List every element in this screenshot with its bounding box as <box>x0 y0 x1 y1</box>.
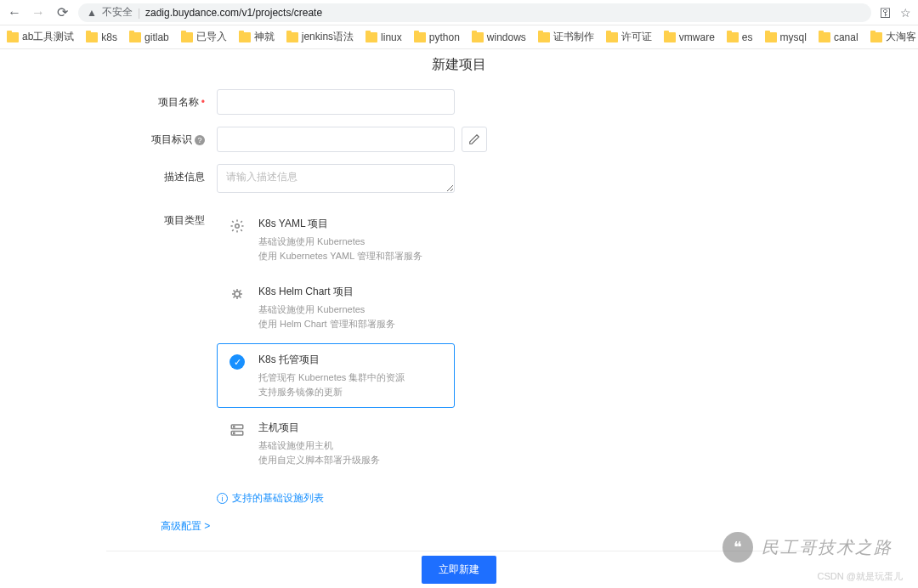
type-desc: 使用 Helm Chart 管理和部署服务 <box>258 317 444 331</box>
advanced-config-link[interactable]: 高级配置 > <box>161 519 769 534</box>
info-icon: i <box>217 493 228 504</box>
svg-point-4 <box>234 427 235 428</box>
type-desc: 基础设施使用 Kubernetes <box>258 302 444 317</box>
submit-button[interactable]: 立即新建 <box>422 556 496 584</box>
bookmark-item[interactable]: 大淘客 <box>870 30 916 44</box>
folder-icon <box>727 32 739 42</box>
bookmark-item[interactable]: 许可证 <box>606 30 652 44</box>
folder-icon <box>181 32 193 42</box>
watermark: ❝ 民工哥技术之路 <box>722 532 892 563</box>
bookmark-item[interactable]: linux <box>366 31 402 43</box>
footer-bar: 立即新建 <box>106 551 812 588</box>
folder-icon <box>765 32 777 42</box>
gear-icon <box>228 217 246 263</box>
project-type-option[interactable]: 主机项目基础设施使用主机使用自定义脚本部署升级服务 <box>217 411 455 476</box>
bookmark-item[interactable]: 神就 <box>239 30 275 44</box>
label-project-name: 项目名称• <box>149 89 217 115</box>
check-icon: ✓ <box>230 354 245 370</box>
browser-toolbar: ← → ⟳ ▲ 不安全 | zadig.buydance.com/v1/proj… <box>0 0 918 25</box>
bookmark-item[interactable]: es <box>727 31 753 43</box>
bookmark-item[interactable]: k8s <box>86 31 117 43</box>
folder-icon <box>538 32 550 42</box>
bookmarks-bar: ab工具测试k8sgitlab已导入神就jenkins语法linuxpython… <box>0 25 918 49</box>
helm-icon <box>228 285 246 331</box>
insecure-label: 不安全 <box>102 5 133 20</box>
edit-id-button[interactable] <box>462 127 487 152</box>
forward-button[interactable]: → <box>31 5 46 20</box>
back-button[interactable]: ← <box>7 5 22 20</box>
reload-button[interactable]: ⟳ <box>54 4 70 20</box>
folder-icon <box>664 32 676 42</box>
type-desc: 基础设施使用主机 <box>258 438 444 453</box>
folder-icon <box>86 32 98 42</box>
folder-icon <box>7 32 19 42</box>
folder-icon <box>606 32 618 42</box>
svg-point-5 <box>234 433 235 434</box>
type-title: K8s YAML 项目 <box>258 217 444 231</box>
type-desc: 基础设施使用 Kubernetes <box>258 235 444 249</box>
folder-icon <box>472 32 484 42</box>
check-icon: ✓ <box>228 353 246 399</box>
address-bar[interactable]: ▲ 不安全 | zadig.buydance.com/v1/projects/c… <box>78 3 871 22</box>
bookmark-item[interactable]: windows <box>472 31 526 43</box>
bookmark-item[interactable]: jenkins语法 <box>286 30 354 44</box>
folder-icon <box>286 32 298 42</box>
bookmark-item[interactable]: vmware <box>664 31 715 43</box>
folder-icon <box>239 32 251 42</box>
type-title: 主机项目 <box>258 421 444 435</box>
page-title: 新建项目 <box>0 56 918 74</box>
wechat-icon: ❝ <box>722 532 753 563</box>
share-icon[interactable]: ☆ <box>900 6 911 20</box>
project-type-option[interactable]: K8s YAML 项目基础设施使用 Kubernetes使用 Kubernete… <box>217 207 455 272</box>
type-desc: 使用 Kubernetes YAML 管理和部署服务 <box>258 249 444 263</box>
folder-icon <box>366 32 377 42</box>
bookmark-item[interactable]: python <box>414 31 460 43</box>
project-name-input[interactable] <box>217 89 455 115</box>
supported-infra-link[interactable]: i 支持的基础设施列表 <box>217 491 769 506</box>
csdn-attribution: CSDN @就是玩蛋儿 <box>818 570 903 583</box>
description-input[interactable] <box>217 164 455 193</box>
project-id-input[interactable] <box>217 127 455 152</box>
help-icon[interactable]: ? <box>195 135 205 145</box>
key-icon[interactable]: ⚿ <box>880 6 892 20</box>
project-type-option[interactable]: K8s Helm Chart 项目基础设施使用 Kubernetes使用 Hel… <box>217 275 455 340</box>
bookmark-item[interactable]: canal <box>819 31 858 43</box>
label-desc: 描述信息 <box>149 164 217 195</box>
folder-icon <box>819 32 830 42</box>
type-title: K8s Helm Chart 项目 <box>258 285 444 299</box>
server-icon <box>228 421 246 466</box>
type-title: K8s 托管项目 <box>258 353 444 367</box>
url-text: zadig.buydance.com/v1/projects/create <box>145 7 322 19</box>
bookmark-item[interactable]: mysql <box>765 31 807 43</box>
bookmark-item[interactable]: ab工具测试 <box>7 30 74 44</box>
bookmark-item[interactable]: gitlab <box>129 31 169 43</box>
bookmark-item[interactable]: 证书制作 <box>538 30 594 44</box>
folder-icon <box>129 32 141 42</box>
bookmark-item[interactable]: 已导入 <box>181 30 227 44</box>
svg-point-1 <box>235 291 240 297</box>
label-type: 项目类型 <box>149 207 217 479</box>
folder-icon <box>870 32 882 42</box>
type-desc: 托管现有 Kubernetes 集群中的资源 <box>258 370 444 385</box>
type-desc: 使用自定义脚本部署升级服务 <box>258 453 444 467</box>
pencil-icon <box>468 133 480 145</box>
insecure-icon: ▲ <box>87 7 97 19</box>
label-project-id: 项目标识? <box>149 127 217 152</box>
folder-icon <box>414 32 426 42</box>
svg-point-0 <box>235 224 240 229</box>
type-desc: 支持服务镜像的更新 <box>258 385 444 399</box>
project-type-option[interactable]: ✓K8s 托管项目托管现有 Kubernetes 集群中的资源支持服务镜像的更新 <box>217 343 455 408</box>
